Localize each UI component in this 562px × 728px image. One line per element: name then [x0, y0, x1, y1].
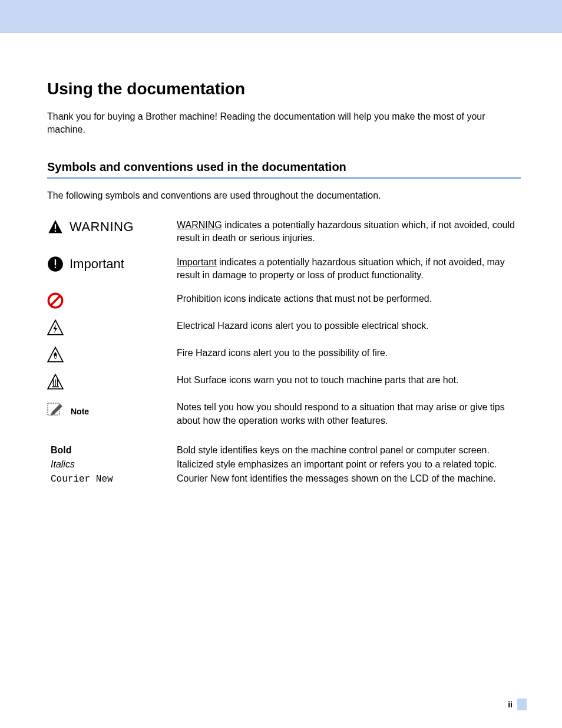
svg-line-6: [51, 296, 60, 305]
fire-description: Fire Hazard icons alert you to the possi…: [177, 347, 521, 360]
page-number: ii: [508, 700, 513, 709]
style-row-courier: Courier New Courier New font identifies …: [47, 473, 521, 485]
symbol-label-note: Note: [47, 401, 177, 416]
svg-rect-3: [55, 259, 56, 265]
electrical-description: Electrical Hazard icons alert you to pos…: [177, 319, 521, 332]
symbol-row-note: Note Notes tell you how you should respo…: [47, 401, 521, 427]
style-desc-italics: Italicized style emphasizes an important…: [177, 459, 521, 470]
symbol-label-electrical: [47, 319, 177, 336]
page-footer: ii: [508, 699, 527, 710]
style-label-bold: Bold: [47, 445, 177, 456]
note-description: Notes tell you how you should respond to…: [177, 401, 521, 427]
fire-hazard-icon: [47, 347, 64, 363]
svg-rect-1: [55, 230, 56, 232]
symbol-label-important: Important: [47, 256, 177, 272]
style-label-courier: Courier New: [47, 474, 177, 485]
prohibition-description: Prohibition icons indicate actions that …: [177, 292, 521, 305]
symbol-label-prohibition: [47, 292, 177, 309]
warning-description: WARNING indicates a potentially hazardou…: [177, 219, 521, 245]
style-desc-bold: Bold style identifies keys on the machin…: [177, 445, 521, 456]
warning-label-text: WARNING: [70, 219, 134, 235]
top-header-bar: [0, 0, 562, 32]
symbol-label-fire: [47, 347, 177, 363]
symbol-row-fire: Fire Hazard icons alert you to the possi…: [47, 347, 521, 363]
intro-paragraph: Thank you for buying a Brother machine! …: [47, 110, 521, 137]
prohibition-icon: [47, 292, 64, 309]
symbol-row-prohibition: Prohibition icons indicate actions that …: [47, 292, 521, 309]
electrical-hazard-icon: [47, 319, 64, 336]
section-lead: The following symbols and conventions ar…: [47, 190, 521, 201]
page-title: Using the documentation: [47, 80, 521, 98]
symbol-row-important: Important Important indicates a potentia…: [47, 256, 521, 282]
symbol-row-warning: WARNING WARNING indicates a potentially …: [47, 219, 521, 245]
style-row-italics: Italics Italicized style emphasizes an i…: [47, 459, 521, 470]
symbol-label-warning: WARNING: [47, 219, 177, 235]
important-description: Important indicates a potentially hazard…: [177, 256, 521, 282]
svg-rect-0: [55, 224, 56, 229]
svg-rect-4: [55, 266, 56, 268]
style-row-bold: Bold Bold style identifies keys on the m…: [47, 445, 521, 456]
style-label-italics: Italics: [47, 459, 177, 470]
section-title: Symbols and conventions used in the docu…: [47, 160, 521, 179]
symbol-label-hot-surface: [47, 374, 177, 390]
note-icon: [47, 401, 65, 416]
hot-surface-icon: [47, 374, 64, 390]
hot-surface-description: Hot Surface icons warn you not to touch …: [177, 374, 521, 387]
page-content: Using the documentation Thank you for bu…: [0, 32, 562, 512]
symbol-row-electrical: Electrical Hazard icons alert you to pos…: [47, 319, 521, 336]
symbol-row-hot-surface: Hot Surface icons warn you not to touch …: [47, 374, 521, 390]
important-circle-icon: [47, 256, 64, 272]
warning-triangle-icon: [47, 219, 64, 235]
page-tab-marker: [517, 699, 527, 710]
important-label-text: Important: [70, 256, 124, 272]
text-styles-block: Bold Bold style identifies keys on the m…: [47, 445, 521, 485]
note-label-text: Note: [71, 407, 89, 416]
style-desc-courier: Courier New font identifies the messages…: [177, 473, 521, 484]
